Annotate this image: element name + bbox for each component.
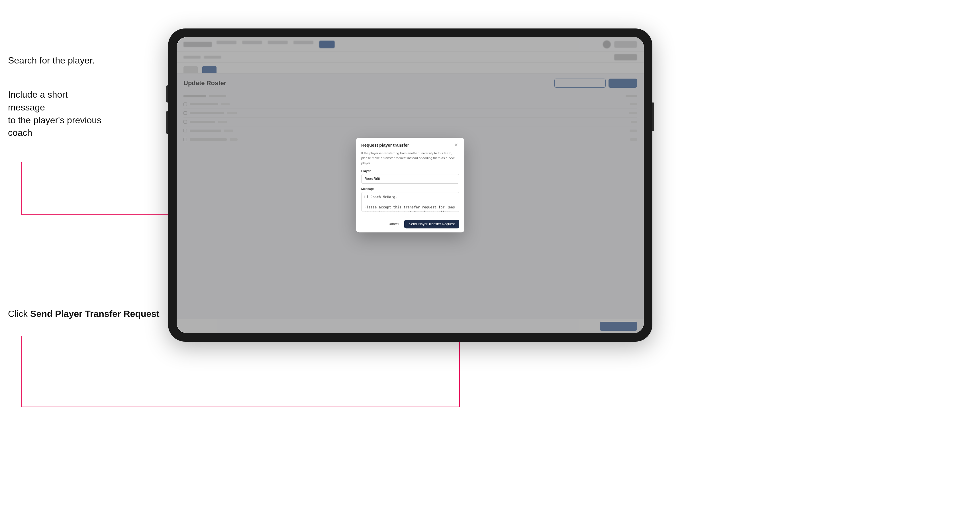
- annotation-message: Include a short message to the player's …: [8, 88, 105, 139]
- tablet-side-btn-1: [166, 86, 168, 103]
- cancel-button[interactable]: Cancel: [385, 221, 401, 228]
- modal-body: Player Message Hi Coach McHarg, Please a…: [356, 169, 465, 217]
- app-background: Update Roster: [177, 37, 644, 333]
- modal-footer: Cancel Send Player Transfer Request: [356, 217, 465, 232]
- message-field-label: Message: [361, 187, 459, 190]
- annotation-click: Click Send Player Transfer Request: [8, 308, 159, 320]
- tablet-side-btn-3: [652, 103, 654, 131]
- annotation-search: Search for the player.: [8, 54, 95, 67]
- modal-title: Request player transfer: [361, 143, 409, 148]
- arrow-line-2-horizontal: [21, 406, 460, 407]
- tablet-screen: Update Roster: [177, 37, 644, 333]
- message-textarea[interactable]: Hi Coach McHarg, Please accept this tran…: [361, 192, 459, 212]
- modal-dialog: Request player transfer ✕ If the player …: [356, 138, 465, 232]
- tablet-frame: Update Roster: [168, 29, 652, 342]
- send-player-transfer-request-button[interactable]: Send Player Transfer Request: [404, 220, 459, 229]
- player-field-label: Player: [361, 169, 459, 173]
- tablet-side-btn-2: [166, 111, 168, 134]
- arrow-line-1-vertical: [21, 162, 22, 215]
- arrow-line-2-v-bottom: [21, 336, 22, 407]
- modal-close-button[interactable]: ✕: [453, 142, 459, 148]
- modal-header: Request player transfer ✕: [356, 138, 465, 151]
- player-search-input[interactable]: [361, 174, 459, 184]
- modal-description: If the player is transferring from anoth…: [356, 151, 465, 169]
